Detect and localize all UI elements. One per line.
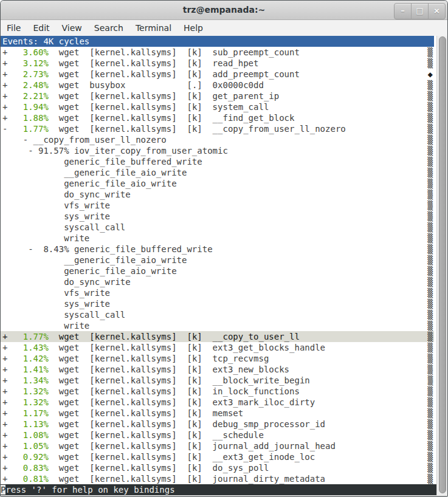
- scrollbar-shade-icon: ▒: [428, 419, 433, 429]
- pad: [264, 80, 428, 90]
- perf-callchain-row[interactable]: generic_file_aio_write ▒: [1, 266, 434, 276]
- overhead-percent: 1.41%: [7, 365, 48, 374]
- perf-entry-row[interactable]: + 1.77% wget [kernel.kallsyms] [k] __cop…: [1, 331, 434, 342]
- callchain-text: generic_file_aio_write: [2, 266, 177, 276]
- perf-entry-row[interactable]: + 1.88% wget [kernel.kallsyms] [k] __fin…: [1, 112, 434, 123]
- perf-entry-row[interactable]: + 1.17% wget [kernel.kallsyms] [k] memse…: [1, 408, 434, 419]
- window-controls: –□×: [394, 3, 446, 19]
- perf-callchain-row[interactable]: syscall_call ▒: [1, 222, 434, 233]
- close-button[interactable]: ×: [428, 4, 445, 19]
- perf-entry-row[interactable]: + 1.32% wget [kernel.kallsyms] [k] in_lo…: [1, 386, 434, 397]
- perf-callchain-row[interactable]: vfs_write ▒: [1, 287, 434, 298]
- perf-callchain-row[interactable]: sys_write ▒: [1, 298, 434, 309]
- titlebar[interactable]: trz@empanada:~ –□×: [1, 1, 447, 20]
- pad: [269, 354, 427, 363]
- scrollbar-shade-icon: ▒: [428, 179, 433, 188]
- perf-callchain-row[interactable]: write ▒: [1, 320, 434, 331]
- perf-entry-row[interactable]: + 1.94% wget [kernel.kallsyms] [k] syste…: [1, 101, 434, 112]
- pad: [300, 332, 428, 341]
- overhead-percent: 1.88%: [7, 113, 48, 123]
- perf-callchain-row[interactable]: write ▒: [1, 233, 434, 244]
- perf-entry-row[interactable]: + 1.13% wget [kernel.kallsyms] [k] debug…: [1, 419, 434, 430]
- overhead-percent: 1.08%: [7, 430, 48, 440]
- perf-entry-row[interactable]: - 1.77% wget [kernel.kallsyms] [k] __cop…: [1, 123, 434, 134]
- perf-entry-row[interactable]: + 1.41% wget [kernel.kallsyms] [k] ext3_…: [1, 364, 434, 375]
- pad: [213, 244, 428, 254]
- perf-callchain-row[interactable]: - 8.43% generic_file_buffered_write ▒: [1, 244, 434, 255]
- scrollbar-shade-icon: ▒: [428, 452, 433, 462]
- perf-entry-row[interactable]: + 1.32% wget [kernel.kallsyms] [k] ext3_…: [1, 397, 434, 408]
- perf-callchain-row[interactable]: - __copy_from_user_ll_nozero ▒: [1, 134, 434, 145]
- perf-callchain-row[interactable]: __generic_file_aio_write ▒: [1, 255, 434, 266]
- overhead-percent: 0.83%: [7, 463, 48, 473]
- menu-item-help[interactable]: Help: [177, 20, 209, 36]
- perf-callchain-row[interactable]: do_sync_write ▒: [1, 276, 434, 287]
- symbol-text: wget [kernel.kallsyms] [k] read_hpet: [49, 58, 259, 68]
- perf-entry-row[interactable]: + 1.42% wget [kernel.kallsyms] [k] tcp_r…: [1, 353, 434, 364]
- scrollbar-shade-icon: ▒: [428, 244, 433, 254]
- pad: [110, 299, 428, 309]
- maximize-button[interactable]: □: [411, 4, 428, 19]
- perf-callchain-row[interactable]: generic_file_aio_write ▒: [1, 178, 434, 189]
- menu-item-file[interactable]: File: [1, 20, 27, 36]
- pad: [325, 419, 428, 429]
- perf-entry-row[interactable]: + 1.08% wget [kernel.kallsyms] [k] __sch…: [1, 430, 434, 440]
- symbol-text: wget [kernel.kallsyms] [k] __schedule: [49, 430, 264, 440]
- symbol-text: wget [kernel.kallsyms] [k] sub_preempt_c…: [49, 47, 300, 57]
- pad: [125, 222, 427, 232]
- scrollbar-shade-icon: ▒: [428, 430, 433, 440]
- scrollbar[interactable]: [436, 36, 447, 495]
- overhead-percent: 1.43%: [7, 343, 48, 352]
- perf-entry-row[interactable]: + 2.21% wget [kernel.kallsyms] [k] get_p…: [1, 91, 434, 101]
- perf-entry-row[interactable]: + 0.83% wget [kernel.kallsyms] [k] do_sy…: [1, 462, 434, 473]
- pad: [294, 113, 427, 123]
- pad: [300, 69, 428, 79]
- pad: [258, 58, 427, 68]
- perf-entry-row[interactable]: + 1.43% wget [kernel.kallsyms] [k] ext3_…: [1, 342, 434, 353]
- symbol-text: wget [kernel.kallsyms] [k] system_call: [49, 102, 269, 112]
- perf-callchain-row[interactable]: do_sync_write ▒: [1, 189, 434, 200]
- perf-entry-row[interactable]: + 1.05% wget [kernel.kallsyms] [k] journ…: [1, 440, 434, 451]
- perf-callchain-row[interactable]: vfs_write ▒: [1, 200, 434, 211]
- pad: [167, 135, 428, 145]
- status-bar: Press '?' for help on key bindings: [1, 484, 438, 495]
- pad: [279, 91, 427, 101]
- menu-item-edit[interactable]: Edit: [27, 20, 55, 36]
- overhead-percent: 1.42%: [7, 354, 48, 363]
- scrollbar-shade-icon: ▒: [428, 299, 433, 309]
- scrollbar-shade-icon: ▒: [428, 157, 433, 166]
- scrollbar-shade-icon: ▒: [428, 441, 433, 451]
- overhead-percent: 1.77%: [7, 332, 48, 341]
- scrollbar-shade-icon: ▒: [428, 321, 433, 331]
- scrollbar-thumb[interactable]: [439, 36, 446, 493]
- menu-item-search[interactable]: Search: [88, 20, 129, 36]
- pad: [310, 375, 428, 385]
- perf-callchain-row[interactable]: generic_file_buffered_write ▒: [1, 156, 434, 167]
- perf-entry-row[interactable]: + 0.81% wget [kernel.kallsyms] [k] journ…: [1, 473, 434, 484]
- perf-entry-row[interactable]: + 3.12% wget [kernel.kallsyms] [k] read_…: [1, 58, 434, 69]
- callchain-text: write: [2, 233, 89, 243]
- pad: [187, 168, 427, 177]
- scrollbar-shade-icon: ▒: [428, 343, 433, 352]
- perf-callchain-row[interactable]: __generic_file_aio_write ▒: [1, 167, 434, 178]
- perf-callchain-row[interactable]: sys_write ▒: [1, 211, 434, 222]
- menu-item-view[interactable]: View: [56, 20, 88, 36]
- perf-entry-row[interactable]: + 2.73% wget [kernel.kallsyms] [k] add_p…: [1, 69, 434, 80]
- perf-entry-row[interactable]: + 1.34% wget [kernel.kallsyms] [k] __blo…: [1, 375, 434, 386]
- scrollbar-shade-icon: ▒: [428, 124, 433, 134]
- menu-item-terminal[interactable]: Terminal: [129, 20, 177, 36]
- perf-entry-row[interactable]: + 2.48% wget busybox [.] 0x0000c0dd ▒: [1, 80, 434, 91]
- perf-callchain-row[interactable]: syscall_call ▒: [1, 309, 434, 320]
- minimize-button[interactable]: –: [395, 4, 411, 19]
- menubar: FileEditViewSearchTerminalHelp: [1, 20, 447, 36]
- pad: [243, 408, 427, 418]
- scrollbar-shade-icon: ▒: [428, 277, 433, 287]
- callchain-text: vfs_write: [2, 288, 110, 298]
- scrollbar-shade-icon: ▒: [428, 222, 433, 232]
- pad: [202, 157, 428, 166]
- perf-entry-row[interactable]: + 0.92% wget [kernel.kallsyms] [k] __ext…: [1, 451, 434, 462]
- symbol-text: wget [kernel.kallsyms] [k] ext3_mark_ilo…: [49, 397, 315, 407]
- perf-callchain-row[interactable]: - 91.57% iov_iter_copy_from_user_atomic …: [1, 145, 434, 156]
- perf-entry-row[interactable]: + 3.60% wget [kernel.kallsyms] [k] sub_p…: [1, 47, 434, 58]
- symbol-text: wget [kernel.kallsyms] [k] get_parent_ip: [49, 91, 279, 101]
